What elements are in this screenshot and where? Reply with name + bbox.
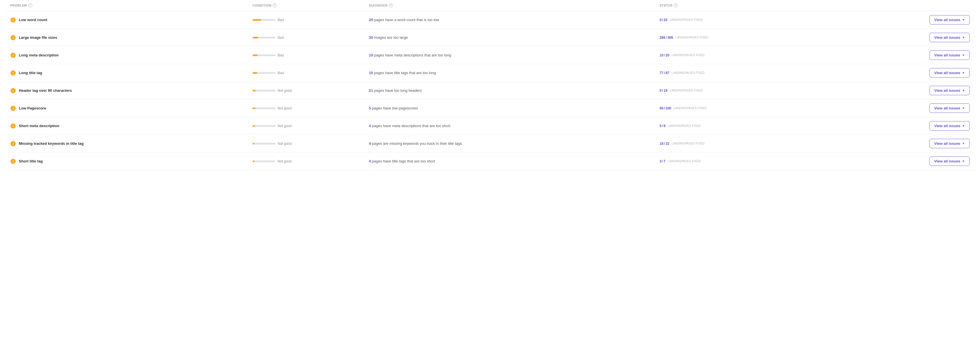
status-label: LANDINGPAGES FIXED <box>670 89 703 92</box>
condition-header: CONDITION ? <box>253 3 369 8</box>
warning-icon: ! <box>10 52 16 58</box>
progress-bar-track <box>253 90 275 92</box>
chevron-down-icon: ▼ <box>962 124 965 127</box>
view-issues-button[interactable]: View all issues ▼ <box>929 157 970 166</box>
problem-header: PROBLEM ? <box>10 3 253 8</box>
status-header: STATUS ? <box>660 3 853 8</box>
progress-bar-fill <box>253 108 255 109</box>
diagnosis-help-icon[interactable]: ? <box>389 3 393 8</box>
progress-bar-track <box>253 108 275 109</box>
condition-cell: Bad <box>253 53 369 57</box>
diagnosis-text: pages have title tags that are too short <box>372 159 435 163</box>
svg-text:!: ! <box>13 89 14 93</box>
chevron-down-icon: ▼ <box>962 18 965 21</box>
action-cell: View all issues ▼ <box>853 103 970 113</box>
chevron-down-icon: ▼ <box>962 89 965 92</box>
progress-bar-fill <box>253 37 258 38</box>
view-issues-button[interactable]: View all issues ▼ <box>929 68 970 78</box>
view-issues-button[interactable]: View all issues ▼ <box>929 121 970 131</box>
condition-label: Bad <box>278 36 284 40</box>
diagnosis-count: 30 <box>369 35 373 40</box>
progress-bar-fill <box>253 54 258 56</box>
view-issues-label: View all issues <box>934 88 961 93</box>
action-cell: View all issues ▼ <box>853 86 970 95</box>
problem-label: Low word count <box>19 17 48 22</box>
diagnosis-count: 4 <box>369 159 371 163</box>
view-issues-label: View all issues <box>934 71 961 75</box>
svg-text:!: ! <box>13 142 14 146</box>
diagnosis-cell: 21 pages have too long headers <box>369 88 660 93</box>
status-cell: 286/306 LANDINGPAGES FIXED <box>660 36 853 40</box>
condition-label: Not good <box>278 89 292 93</box>
view-issues-label: View all issues <box>934 141 961 146</box>
chevron-down-icon: ▼ <box>962 54 965 57</box>
status-label: LANDINGPAGES FIXED <box>671 71 705 74</box>
condition-cell: Bad <box>253 71 369 75</box>
progress-bar-fill <box>253 72 257 74</box>
view-issues-label: View all issues <box>934 17 961 22</box>
diagnosis-text: pages have a word count that is too low <box>374 17 439 22</box>
condition-label: Not good <box>278 142 292 146</box>
diagnosis-text: pages have low pagescores <box>372 106 418 110</box>
condition-cell: Not good <box>253 89 369 93</box>
diagnosis-cell: 4 pages have title tags that are too sho… <box>369 159 660 163</box>
status-fraction: 0/19 <box>660 89 667 93</box>
table-row: ! Low word count Bad 20 pages have a wor… <box>6 11 974 29</box>
chevron-down-icon: ▼ <box>962 160 965 163</box>
view-issues-button[interactable]: View all issues ▼ <box>929 15 970 24</box>
status-cell: 77/87 LANDINGPAGES FIXED <box>660 71 853 75</box>
warning-icon: ! <box>10 106 16 111</box>
table-row: ! Low Pagescore Not good 5 pages have lo… <box>6 100 974 117</box>
problem-cell: ! Short title tag <box>10 158 253 164</box>
view-issues-button[interactable]: View all issues ▼ <box>929 51 970 60</box>
diagnosis-cell: 4 pages are missing keywords you track i… <box>369 141 660 146</box>
problem-label: Short title tag <box>19 159 43 163</box>
view-issues-label: View all issues <box>934 35 961 40</box>
status-cell: 5/9 LANDINGPAGES FIXED <box>660 124 853 128</box>
condition-help-icon[interactable]: ? <box>272 3 277 8</box>
condition-label: Not good <box>278 159 292 163</box>
chevron-down-icon: ▼ <box>962 36 965 39</box>
problem-label: Missing tracked keywords in title tag <box>19 141 84 146</box>
status-label: LANDINGPAGES FIXED <box>668 160 701 163</box>
condition-cell: Not good <box>253 124 369 128</box>
status-fraction: 77/87 <box>660 71 669 75</box>
view-issues-button[interactable]: View all issues ▼ <box>929 103 970 113</box>
status-fraction: 95/100 <box>660 106 671 110</box>
condition-label: Bad <box>278 53 284 57</box>
rows-container: ! Low word count Bad 20 pages have a wor… <box>6 11 974 170</box>
problem-label: Long title tag <box>19 71 42 75</box>
status-cell: 10/20 LANDINGPAGES FIXED <box>660 53 853 57</box>
warning-icon: ! <box>10 70 16 76</box>
problem-cell: ! Long title tag <box>10 70 253 76</box>
chevron-down-icon: ▼ <box>962 106 965 110</box>
status-fraction: 10/20 <box>660 53 669 57</box>
diagnosis-count: 4 <box>369 124 371 128</box>
progress-bar-track <box>253 37 275 38</box>
condition-label: Bad <box>278 71 284 75</box>
warning-icon: ! <box>10 123 16 129</box>
condition-cell: Bad <box>253 36 369 40</box>
diagnosis-count: 21 <box>369 88 373 93</box>
view-issues-button[interactable]: View all issues ▼ <box>929 86 970 95</box>
condition-cell: Bad <box>253 18 369 22</box>
action-cell: View all issues ▼ <box>853 157 970 166</box>
problem-help-icon[interactable]: ? <box>28 3 32 8</box>
status-cell: 0/19 LANDINGPAGES FIXED <box>660 89 853 93</box>
progress-bar-track <box>253 19 275 21</box>
svg-text:!: ! <box>13 36 14 40</box>
diagnosis-cell: 30 images are too large <box>369 35 660 40</box>
table-row: ! Short title tag Not good 4 pages have … <box>6 152 974 170</box>
status-help-icon[interactable]: ? <box>674 3 678 8</box>
svg-text:!: ! <box>13 106 14 111</box>
status-cell: 0/20 LANDINGPAGES FIXED <box>660 18 853 22</box>
problem-cell: ! Missing tracked keywords in title tag <box>10 141 253 147</box>
view-issues-button[interactable]: View all issues ▼ <box>929 139 970 148</box>
status-label: LANDINGPAGES FIXED <box>673 106 706 110</box>
action-cell: View all issues ▼ <box>853 68 970 78</box>
view-issues-button[interactable]: View all issues ▼ <box>929 33 970 42</box>
view-issues-label: View all issues <box>934 106 961 110</box>
status-label: LANDINGPAGES FIXED <box>668 124 701 127</box>
diagnosis-text: pages have meta descriptions that are to… <box>374 53 451 57</box>
progress-bar-fill <box>253 143 254 144</box>
